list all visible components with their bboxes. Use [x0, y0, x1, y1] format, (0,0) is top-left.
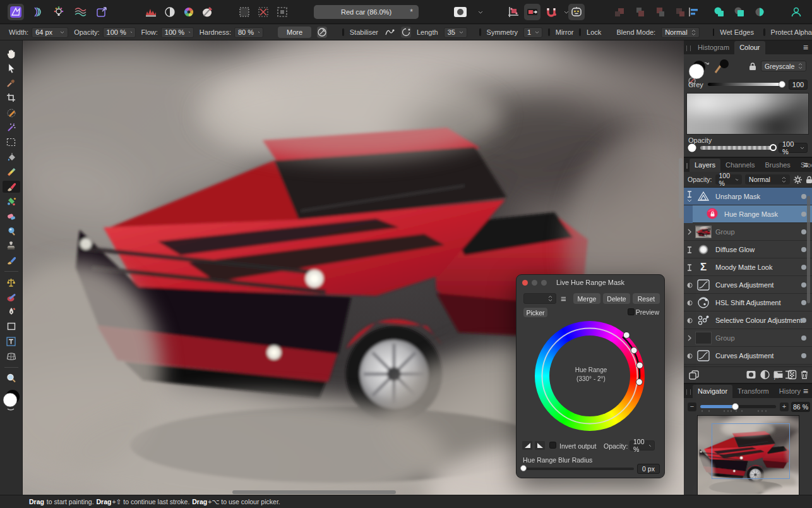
selection-brush-tool[interactable]: [3, 107, 20, 119]
move-to-front-button[interactable]: [611, 4, 628, 20]
layer-visibility-toggle[interactable]: [801, 282, 806, 287]
move-forward-button[interactable]: [631, 4, 648, 20]
lock-checkbox[interactable]: [579, 28, 581, 36]
snapping-button[interactable]: [524, 4, 540, 20]
layer-row[interactable]: Curves Adjustment: [684, 276, 812, 294]
blur-brush-tool[interactable]: [3, 291, 20, 303]
delete-layer-trash-icon[interactable]: [800, 370, 809, 380]
flood-fill-tool[interactable]: [3, 151, 20, 163]
grey-slider[interactable]: [708, 83, 782, 86]
layer-row[interactable]: Curves Adjustment: [684, 347, 812, 365]
colour-opacity-slider[interactable]: [700, 146, 775, 150]
panel-menu-icon[interactable]: ≡: [803, 160, 808, 170]
develop-persona-button[interactable]: [51, 4, 67, 20]
blur-radius-slider[interactable]: [523, 468, 634, 470]
zoom-value[interactable]: 86 %: [791, 402, 810, 412]
layer-row[interactable]: Σ Moody Matte Look: [684, 258, 812, 276]
clone-brush-tool[interactable]: [3, 239, 20, 251]
auto-levels-button[interactable]: [143, 4, 159, 20]
panel-grip[interactable]: [686, 163, 688, 169]
boolean-add-button[interactable]: [711, 4, 727, 20]
panel-grip[interactable]: [686, 389, 691, 395]
layer-visibility-toggle[interactable]: [801, 318, 806, 323]
navigator-viewport-rect[interactable]: [712, 423, 790, 479]
document-view-dropdown[interactable]: Red car (86.0%) *: [314, 5, 419, 19]
panel-menu-icon[interactable]: ≡: [803, 42, 808, 52]
tab-channels[interactable]: Channels: [720, 159, 760, 172]
account-button[interactable]: [788, 4, 804, 20]
panel-menu-icon[interactable]: ≡: [803, 386, 808, 396]
protect-alpha-checkbox[interactable]: [763, 28, 765, 36]
tab-brushes[interactable]: Brushes: [760, 159, 796, 172]
grey-value[interactable]: 100: [789, 80, 808, 90]
liquify-persona-button[interactable]: [29, 4, 45, 20]
boolean-intersect-button[interactable]: [751, 4, 768, 20]
adjustment-layer-icon[interactable]: [760, 370, 770, 380]
panel-grip[interactable]: [686, 45, 691, 51]
navigator-thumbnail[interactable]: [698, 416, 799, 496]
symmetry-count-field[interactable]: 1: [523, 27, 542, 38]
symmetry-checkbox[interactable]: [479, 28, 481, 36]
lock-icon[interactable]: [749, 62, 756, 71]
crop-tool[interactable]: [3, 92, 20, 104]
layers-scrollbar[interactable]: [807, 196, 810, 303]
boolean-subtract-button[interactable]: [731, 4, 748, 20]
deselect-button[interactable]: [255, 4, 272, 20]
colour-opacity-value[interactable]: 100 %: [779, 143, 808, 153]
layer-row[interactable]: HSL Shift Adjustment: [684, 294, 812, 311]
undo-brush-tool[interactable]: [3, 254, 20, 266]
stabiliser-checkbox[interactable]: [342, 28, 344, 36]
tab-transform[interactable]: Transform: [732, 385, 774, 398]
dodge-brush-tool[interactable]: [3, 225, 20, 237]
layer-row[interactable]: Group: [684, 329, 812, 347]
layer-row[interactable]: Diffuse Glow: [684, 241, 812, 258]
layer-visibility-toggle[interactable]: [801, 265, 806, 270]
paint-brush-tool[interactable]: [3, 181, 20, 193]
brush-opacity-field[interactable]: Opacity: 100 %: [74, 27, 135, 38]
more-button[interactable]: More: [278, 27, 311, 38]
rope-stabiliser-button[interactable]: [384, 27, 395, 38]
zoom-out-button[interactable]: −: [688, 402, 696, 411]
quick-mask-button[interactable]: [450, 4, 471, 20]
brush-settings-button[interactable]: [317, 27, 327, 38]
colour-picker-tool[interactable]: [3, 77, 20, 89]
text-tool[interactable]: [3, 336, 20, 348]
mesh-warp-tool[interactable]: [3, 350, 20, 362]
blur-radius-value[interactable]: 0 px: [637, 464, 660, 474]
layer-visibility-toggle[interactable]: [801, 229, 806, 234]
select-all-button[interactable]: [236, 4, 253, 20]
window-stabiliser-button[interactable]: [401, 27, 411, 38]
auto-contrast-button[interactable]: [162, 4, 178, 20]
mask-layer-icon[interactable]: [746, 370, 756, 380]
layer-row[interactable]: Unsharp Mask: [684, 188, 812, 205]
auto-colour-button[interactable]: [181, 4, 197, 20]
export-persona-button[interactable]: [93, 4, 110, 20]
brush-flow-field[interactable]: Flow: 100 %: [141, 27, 194, 38]
blend-mode-dropdown[interactable]: Normal: [661, 27, 699, 38]
colour-opacity-knob[interactable]: [770, 144, 777, 151]
zoom-tool[interactable]: [3, 372, 20, 384]
alignment-button[interactable]: [685, 4, 702, 20]
tab-navigator[interactable]: Navigator: [693, 385, 732, 398]
colour-mode-dropdown[interactable]: Greyscale: [761, 61, 806, 71]
layer-row[interactable]: Selective Colour Adjustment: [684, 311, 812, 329]
zoom-in-button[interactable]: +: [780, 402, 789, 411]
layer-visibility-toggle[interactable]: [801, 247, 806, 252]
colour-replacement-brush-tool[interactable]: [3, 195, 20, 207]
tab-colour[interactable]: Colour: [734, 41, 765, 54]
layers-opacity-dropdown[interactable]: 100 %: [715, 174, 743, 184]
show-guides-button[interactable]: [505, 4, 522, 20]
layer-row[interactable]: Group: [684, 223, 812, 241]
view-tool[interactable]: [3, 47, 20, 59]
flood-select-tool[interactable]: [3, 121, 20, 133]
hue-range-handles[interactable]: [516, 275, 666, 439]
layer-row[interactable]: Hue Range Mask: [684, 205, 812, 223]
pen-tool[interactable]: [3, 306, 20, 318]
grey-slider-knob[interactable]: [779, 81, 785, 88]
invert-selection-button[interactable]: [274, 4, 290, 20]
canvas-vertical-scrollbar[interactable]: [679, 158, 683, 219]
marquee-select-tool[interactable]: [3, 136, 20, 148]
assistant-button[interactable]: [568, 4, 585, 20]
falloff-left-button[interactable]: [522, 441, 532, 450]
canvas-horizontal-scrollbar[interactable]: [232, 490, 396, 494]
